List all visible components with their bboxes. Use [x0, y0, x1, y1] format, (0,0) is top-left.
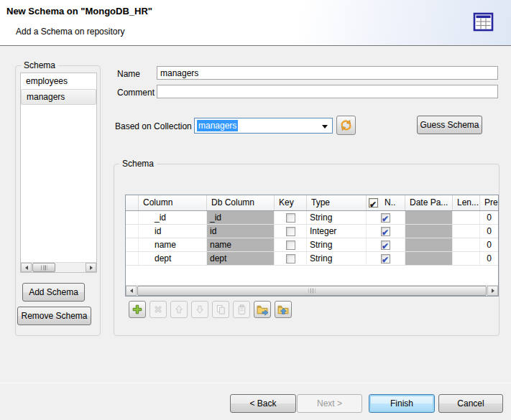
table-row[interactable]: _id _id ✔ String ✔ 0: [126, 211, 498, 225]
cell-db-column: id: [207, 225, 275, 238]
cell-nullable[interactable]: ✔: [367, 252, 405, 265]
cell-column[interactable]: dept: [139, 252, 207, 265]
cell-nullable[interactable]: ✔: [367, 211, 405, 224]
next-button[interactable]: Next >: [297, 394, 362, 413]
cell-type[interactable]: String: [307, 252, 367, 265]
add-row-button[interactable]: [129, 301, 146, 318]
nullable-checkbox[interactable]: ✔: [381, 227, 390, 236]
header-column[interactable]: Column: [139, 195, 207, 210]
cell-nullable[interactable]: ✔: [367, 225, 405, 238]
header-db-column[interactable]: Db Column: [207, 195, 275, 210]
cell-key[interactable]: ✔: [275, 225, 307, 238]
cell-length[interactable]: [453, 225, 480, 238]
wizard-banner: New Schema on "MongoDB_HR" Add a Schema …: [0, 0, 511, 46]
cell-length[interactable]: [453, 252, 480, 265]
row-handle[interactable]: [126, 252, 139, 265]
import-schema-button[interactable]: [275, 301, 292, 318]
refresh-collections-button[interactable]: [336, 116, 356, 135]
collection-label: Based on Collection: [115, 121, 192, 131]
remove-row-button[interactable]: [149, 301, 167, 318]
move-up-button[interactable]: [170, 301, 188, 318]
footer-divider: [0, 383, 511, 383]
cell-db-column: name: [207, 238, 275, 251]
row-handle[interactable]: [126, 225, 139, 238]
table-row[interactable]: dept dept ✔ String ✔ 0: [126, 252, 498, 266]
cancel-button[interactable]: Cancel: [438, 394, 503, 413]
cell-db-column: dept: [207, 252, 275, 265]
remove-schema-button[interactable]: Remove Schema: [17, 307, 91, 325]
copy-button[interactable]: [212, 301, 229, 318]
cell-precision[interactable]: 0: [480, 252, 498, 265]
export-schema-button[interactable]: [254, 301, 271, 318]
paste-button[interactable]: [233, 301, 250, 318]
scroll-left-arrow-icon[interactable]: [126, 286, 137, 296]
cell-nullable[interactable]: ✔: [367, 238, 405, 251]
nullable-checkbox[interactable]: ✔: [381, 254, 390, 263]
header-date-pattern[interactable]: Date Pa...: [405, 195, 453, 210]
copy-icon: [216, 304, 226, 315]
cell-type[interactable]: String: [307, 211, 367, 224]
scroll-thumb[interactable]: [32, 263, 55, 272]
move-down-button[interactable]: [191, 301, 208, 318]
cell-date-pattern: [405, 238, 453, 251]
cell-precision[interactable]: 0: [480, 211, 498, 224]
cell-column[interactable]: name: [139, 238, 207, 251]
row-handle[interactable]: [126, 238, 139, 251]
name-input[interactable]: [157, 66, 498, 80]
nullable-checkbox[interactable]: ✔: [381, 213, 390, 223]
schema-editor-group: Schema Column Db Column Key Type ✔ N.. D…: [114, 164, 500, 336]
cell-key[interactable]: ✔: [275, 211, 307, 224]
cell-precision[interactable]: 0: [480, 225, 498, 238]
collection-combobox[interactable]: managers: [194, 118, 333, 134]
cell-key[interactable]: ✔: [275, 238, 307, 251]
comment-label: Comment: [117, 88, 155, 98]
comment-input[interactable]: [157, 85, 498, 98]
scroll-right-arrow-icon[interactable]: [487, 286, 498, 296]
finish-button[interactable]: Finish: [369, 394, 435, 413]
cell-type[interactable]: Integer: [307, 225, 367, 238]
cell-length[interactable]: [453, 238, 480, 251]
table-row[interactable]: name name ✔ String ✔ 0: [126, 238, 498, 252]
combobox-selected-text: managers: [197, 120, 238, 131]
add-schema-button[interactable]: Add Schema: [22, 283, 85, 302]
schema-list-item-managers[interactable]: managers: [21, 89, 96, 105]
guess-schema-button[interactable]: Guess Schema: [417, 116, 482, 134]
scroll-thumb[interactable]: [137, 286, 487, 296]
import-schema-icon: [277, 304, 290, 316]
key-checkbox[interactable]: ✔: [286, 254, 295, 263]
schema-list[interactable]: employees managers: [20, 73, 97, 273]
schema-table[interactable]: Column Db Column Key Type ✔ N.. Date Pa.…: [125, 195, 499, 297]
export-schema-icon: [257, 304, 269, 316]
nullable-checkbox[interactable]: ✔: [381, 241, 390, 250]
header-nullable[interactable]: ✔ N..: [367, 195, 405, 210]
scroll-right-arrow-icon[interactable]: [86, 263, 96, 272]
schema-list-item-employees[interactable]: employees: [21, 73, 96, 89]
header-type[interactable]: Type: [307, 195, 367, 210]
table-grid-icon: [473, 11, 494, 32]
table-row[interactable]: id id ✔ Integer ✔ 0: [126, 225, 498, 238]
table-header-row: Column Db Column Key Type ✔ N.. Date Pa.…: [126, 195, 498, 211]
horizontal-scrollbar[interactable]: [21, 262, 96, 272]
horizontal-scrollbar[interactable]: [126, 285, 498, 296]
cell-length[interactable]: [453, 211, 480, 224]
cell-type[interactable]: String: [307, 238, 367, 251]
back-button[interactable]: < Back: [230, 394, 296, 413]
cell-column[interactable]: id: [139, 225, 207, 238]
key-checkbox[interactable]: ✔: [286, 241, 295, 250]
cell-date-pattern: [405, 252, 453, 265]
header-key[interactable]: Key: [275, 195, 307, 210]
key-checkbox[interactable]: ✔: [286, 213, 295, 223]
header-length[interactable]: Len...: [453, 195, 480, 210]
key-checkbox[interactable]: ✔: [286, 227, 295, 236]
add-plus-icon: [132, 304, 143, 315]
cell-date-pattern: [405, 225, 453, 238]
cell-column[interactable]: _id: [139, 211, 207, 224]
row-handle[interactable]: [126, 211, 139, 224]
select-all-nullable-checkbox[interactable]: ✔: [369, 198, 378, 207]
schema-toolbar: [129, 301, 292, 318]
scroll-left-arrow-icon[interactable]: [21, 263, 32, 272]
header-precision[interactable]: Pre.: [480, 195, 498, 210]
cell-key[interactable]: ✔: [275, 252, 307, 265]
cell-precision[interactable]: 0: [480, 238, 498, 251]
chevron-down-icon[interactable]: [322, 125, 328, 129]
